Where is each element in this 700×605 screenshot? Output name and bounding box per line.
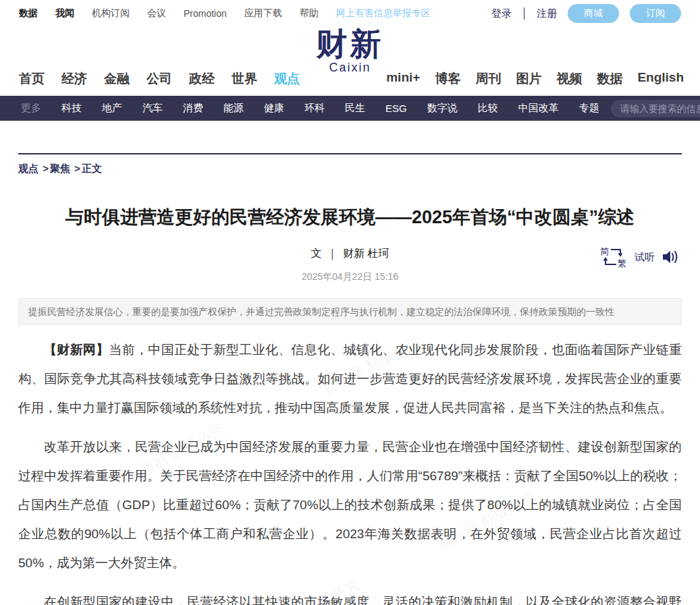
nav-video[interactable]: 视频	[556, 70, 582, 88]
author-name[interactable]: 财新 杜珂	[343, 248, 389, 259]
search-input[interactable]	[611, 100, 700, 117]
breadcrumb-opinion[interactable]: 观点	[18, 163, 38, 174]
byline-prefix: 文	[311, 248, 321, 259]
speaker-icon[interactable]	[662, 250, 679, 264]
toplink-data[interactable]: 数据	[19, 7, 38, 20]
article-title: 与时俱进营造更好的民营经济发展环境——2025年首场“中改圆桌”综述	[18, 205, 682, 229]
top-auth-area: 登录 注册 商城 订阅	[491, 4, 681, 23]
article-tools: 简 繁 试听	[599, 246, 679, 268]
register-link[interactable]: 注册	[537, 7, 557, 20]
subnav-esg[interactable]: ESG	[383, 103, 409, 114]
subnav-health[interactable]: 健康	[262, 102, 286, 115]
subnav-tech[interactable]: 科技	[59, 102, 84, 115]
nav-home[interactable]: 首页	[19, 70, 45, 88]
caixin-logo[interactable]: 财新 Caixin	[317, 28, 384, 74]
nav-opinion-active[interactable]: 观点	[274, 70, 300, 88]
nav-blog[interactable]: 博客	[435, 70, 460, 88]
breadcrumb-focus[interactable]: 聚焦	[50, 163, 70, 174]
subnav-auto[interactable]: 汽车	[140, 102, 165, 115]
publish-date: 2025年04月22日 15:16	[18, 271, 682, 283]
nav-world[interactable]: 世界	[232, 70, 257, 88]
toplink-wowen[interactable]: 我闻	[55, 7, 74, 20]
listen-label[interactable]: 试听	[635, 251, 655, 264]
subnav-consumer[interactable]: 消费	[181, 102, 205, 115]
paragraph-2: 改革开放以来，民营企业已成为中国经济发展的重要力量，民营企业也在增强中国经济韧性…	[18, 432, 682, 577]
traditional-char: 繁	[618, 258, 626, 268]
content-divider	[18, 153, 682, 154]
nav-english[interactable]: English	[637, 70, 684, 88]
subscribe-button[interactable]: 订阅	[630, 4, 681, 23]
toplink-institution-subscribe[interactable]: 机构订阅	[92, 7, 130, 20]
source-tag: 【财新网】	[44, 343, 109, 357]
top-links: 数据 我闻 机构订阅 会议 Promotion 应用下载 帮助 网上有害信息举报…	[19, 7, 431, 20]
toplink-conference[interactable]: 会议	[147, 7, 166, 20]
byline-separator: ｜	[327, 248, 338, 259]
mall-button[interactable]: 商城	[568, 4, 619, 23]
nav-politics[interactable]: 政经	[189, 70, 215, 88]
breadcrumb-separator: >	[43, 163, 49, 174]
paragraph-2-text: 改革开放以来，民营企业已成为中国经济发展的重要力量，民营企业也在增强中国经济韧性…	[18, 440, 682, 570]
simplified-traditional-toggle-icon[interactable]: 简 繁	[599, 246, 628, 268]
paragraph-1-text: 当前，中国正处于新型工业化、信息化、城镇化、农业现代化同步发展阶段，也面临着国际…	[18, 343, 682, 415]
main-nav: 首页 经济 金融 公司 政经 世界 观点 mini+ 博客 周刊 图片 视频 数…	[19, 70, 684, 88]
article-content: 观点 >聚焦 >正文 与时俱进营造更好的民营经济发展环境——2025年首场“中改…	[0, 153, 700, 605]
paragraph-3-text: 在创新型国家的建设中，民营经济以其快速的市场敏感度、灵活的决策和激励机制，以及全…	[18, 595, 682, 605]
byline: 文｜财新 杜珂	[18, 246, 682, 262]
breadcrumb: 观点 >聚焦 >正文	[18, 163, 682, 175]
main-nav-right: mini+ 博客 周刊 图片 视频 数据 English	[386, 70, 684, 88]
byline-row: 文｜财新 杜珂 简 繁 试听	[18, 246, 682, 270]
nav-photos[interactable]: 图片	[516, 70, 541, 88]
paragraph-3: 在创新型国家的建设中，民营经济以其快速的市场敏感度、灵活的决策和激励机制，以及全…	[18, 587, 682, 605]
paragraph-1: 【财新网】当前，中国正处于新型工业化、信息化、城镇化、农业现代化同步发展阶段，也…	[18, 335, 682, 422]
toplink-help[interactable]: 帮助	[300, 7, 319, 20]
nav-mini[interactable]: mini+	[386, 70, 420, 88]
site-header: 财新 Caixin 首页 经济 金融 公司 政经 世界 观点 mini+ 博客 …	[0, 27, 700, 96]
nav-data[interactable]: 数据	[597, 70, 622, 88]
subnav-property[interactable]: 地产	[100, 102, 124, 115]
top-utility-bar: 数据 我闻 机构订阅 会议 Promotion 应用下载 帮助 网上有害信息举报…	[0, 0, 700, 27]
main-nav-left: 首页 经济 金融 公司 政经 世界 观点	[19, 70, 300, 88]
nav-weekly[interactable]: 周刊	[475, 70, 501, 88]
subnav-special-topics[interactable]: 专题	[577, 102, 601, 115]
toplink-report-harmful-info[interactable]: 网上有害信息举报专区	[336, 7, 431, 20]
logo-chinese: 财新	[317, 28, 384, 61]
subnav-more[interactable]: 更多	[19, 102, 43, 115]
subnav-energy[interactable]: 能源	[221, 102, 246, 115]
simplified-char: 简	[600, 246, 609, 256]
toplink-promotion[interactable]: Promotion	[184, 8, 227, 19]
subnav-datagraphics[interactable]: 数字说	[425, 102, 460, 115]
subnav-china-reform[interactable]: 中国改革	[516, 102, 561, 115]
article-body: 【财新网】当前，中国正处于新型工业化、信息化、城镇化、农业现代化同步发展阶段，也…	[18, 335, 682, 605]
login-link[interactable]: 登录	[491, 7, 512, 20]
toplink-app-download[interactable]: 应用下载	[244, 7, 282, 20]
breadcrumb-separator: >	[74, 163, 80, 174]
subnav-livelihood[interactable]: 民生	[343, 102, 367, 115]
nav-companies[interactable]: 公司	[146, 70, 172, 88]
subnav-comparison[interactable]: 比较	[476, 102, 500, 115]
subnav-environment[interactable]: 环科	[302, 102, 327, 115]
breadcrumb-current: 正文	[82, 163, 102, 174]
nav-finance[interactable]: 金融	[104, 70, 130, 88]
article-summary: 提振民营经济发展信心，重要的是要加强产权保护，并通过完善政策制定程序与执行机制，…	[18, 298, 682, 325]
sub-nav-bar: 更多 科技 地产 汽车 消费 能源 健康 环科 民生 ESG 数字说 比较 中国…	[0, 96, 700, 121]
nav-economy[interactable]: 经济	[61, 70, 87, 88]
auth-divider	[524, 7, 524, 20]
